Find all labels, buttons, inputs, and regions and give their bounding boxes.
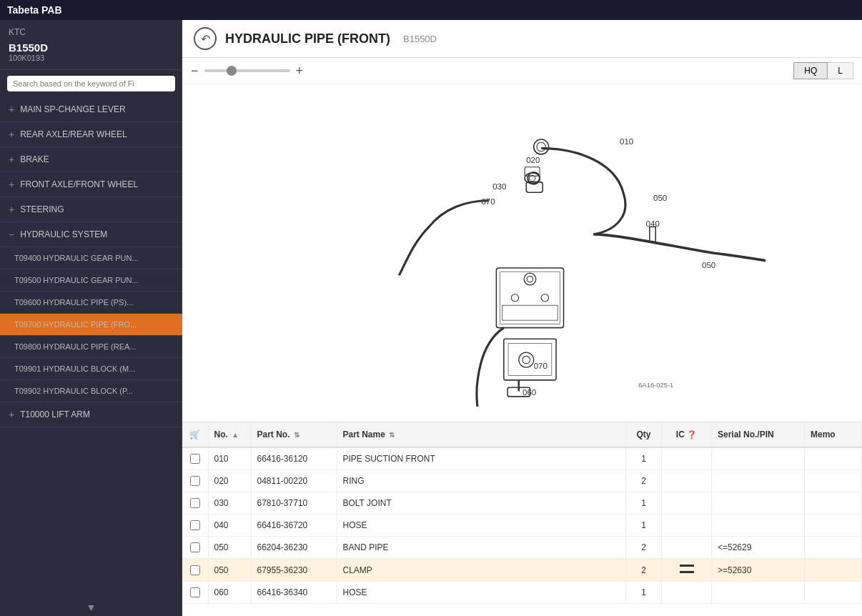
row-serial: <=52629 [712,537,805,559]
row-qty: 1 [626,447,662,470]
row-qty: 2 [626,470,662,492]
row-checkbox-5[interactable] [190,565,200,575]
svg-text:060: 060 [522,388,536,397]
row-qty: 1 [626,515,662,537]
th-no[interactable]: No. ▲ [208,422,251,447]
plus-icon: + [9,179,14,190]
table-row: 010 66416-36120 PIPE SUCTION FRONT 1 [182,447,862,470]
svg-text:010: 010 [620,137,633,146]
row-serial [712,470,805,492]
th-ic: IC ❓ [662,422,712,447]
row-serial [712,582,805,604]
row-part-no: 04811-00220 [251,470,337,492]
sidebar-item-main-sp[interactable]: +MAIN SP-CHANGE LEVER [0,97,182,122]
row-part-no: 66204-36230 [251,537,337,559]
table-row: 050 66204-36230 BAND PIPE 2 <=52629 [182,537,862,559]
row-qty: 1 [626,582,662,604]
diagram-toolbar: − + HQ L [182,58,862,84]
zoom-in-button[interactable]: + [296,64,304,79]
plus-icon: + [9,409,14,420]
th-part-name[interactable]: Part Name ⇅ [337,422,626,447]
th-memo: Memo [805,422,862,447]
plus-icon: + [9,154,14,165]
sidebar-item-t09901[interactable]: T09901 HYDRAULIC BLOCK (M... [0,358,182,380]
back-button[interactable]: ↶ [194,27,217,50]
sidebar-code: 100K0193 [9,54,174,62]
sidebar-item-hydraulic-system[interactable]: −HYDRAULIC SYSTEM [0,222,182,247]
row-checkbox-2[interactable] [190,498,200,508]
row-cart-cell [182,515,208,537]
page-subtitle: B1550D [403,34,437,44]
sidebar: KTC B1550D 100K0193 +MAIN SP-CHANGE LEVE… [0,20,182,616]
svg-text:020: 020 [526,156,540,164]
sidebar-item-steering[interactable]: +STEERING [0,197,182,222]
row-serial [712,492,805,515]
sidebar-item-label: T10000 LIFT ARM [20,409,90,419]
sidebar-item-t09600[interactable]: T09600 HYDRAULIC PIPE (PS)... [0,292,182,314]
row-memo [805,492,862,515]
sidebar-item-front-axle[interactable]: +FRONT AXLE/FRONT WHEEL [0,172,182,197]
app-title: Tabeta PAB [7,4,62,16]
diagram-area: − + HQ L 010 020 030 [182,58,862,422]
sidebar-item-t09400[interactable]: T09400 HYDRAULIC GEAR PUN... [0,247,182,269]
row-part-name: HOSE [337,515,626,537]
row-part-name: RING [337,470,626,492]
cart-icon: 🛒 [189,429,200,439]
row-qty: 1 [626,492,662,515]
sidebar-item-t09902[interactable]: T09902 HYDRAULIC BLOCK (P... [0,380,182,402]
row-cart-cell [182,559,208,582]
row-checkbox-6[interactable] [190,587,200,597]
no-sort-icon: ▲ [232,431,239,439]
row-checkbox-4[interactable] [190,542,200,552]
sidebar-item-t10000[interactable]: +T10000 LIFT ARM [0,402,182,427]
row-no: 020 [208,470,251,492]
sidebar-item-brake[interactable]: +BRAKE [0,147,182,172]
sidebar-item-label: REAR AXLE/REAR WHEEL [20,129,127,139]
sidebar-item-label: HYDRAULIC SYSTEM [20,229,107,239]
th-serial: Serial No./PIN [712,422,805,447]
row-part-name: BAND PIPE [337,537,626,559]
th-cart: 🛒 [182,422,208,447]
sidebar-ktc: KTC [9,27,174,41]
zoom-out-button[interactable]: − [191,64,199,79]
sidebar-item-label: T09500 HYDRAULIC GEAR PUN... [14,276,139,284]
svg-text:050: 050 [653,194,667,202]
sidebar-item-label: T09901 HYDRAULIC BLOCK (M... [14,364,135,373]
table-row: 050 67955-36230 CLAMP 2 >=52630 [182,559,862,582]
sidebar-item-t09700[interactable]: T09700 HYDRAULIC PIPE (FRO... [0,314,182,336]
sidebar-item-t09800[interactable]: T09800 HYDRAULIC PIPE (REA... [0,336,182,358]
ic-help-icon[interactable]: ❓ [687,430,697,439]
page-title: HYDRAULIC PIPE (FRONT) [225,31,390,46]
sidebar-model: B1550D [9,41,174,54]
content-area: ↶ HYDRAULIC PIPE (FRONT) B1550D − + HQ L [182,20,862,616]
row-cart-cell [182,492,208,515]
parts-table-container: 🛒 No. ▲ Part No. ⇅ Part Name ⇅ [182,422,862,616]
row-part-name: BOLT JOINT [337,492,626,515]
table-row: 030 67810-37710 BOLT JOINT 1 [182,492,862,515]
sidebar-item-label: BRAKE [20,154,49,164]
sidebar-item-label: T09700 HYDRAULIC PIPE (FRO... [14,320,137,329]
row-no: 060 [208,582,251,604]
zoom-slider[interactable] [204,69,290,72]
sidebar-item-label: T09600 HYDRAULIC PIPE (PS)... [14,298,133,307]
row-part-no: 66416-36340 [251,582,337,604]
lq-button[interactable]: L [828,62,853,79]
sidebar-item-rear-axle[interactable]: +REAR AXLE/REAR WHEEL [0,122,182,147]
row-checkbox-1[interactable] [190,476,200,486]
sidebar-item-t09500[interactable]: T09500 HYDRAULIC GEAR PUN... [0,269,182,292]
row-serial [712,447,805,470]
row-checkbox-0[interactable] [190,454,200,464]
th-part-no[interactable]: Part No. ⇅ [251,422,337,447]
svg-text:050: 050 [702,261,715,269]
back-icon: ↶ [201,32,210,46]
row-no: 050 [208,537,251,559]
row-part-name: HOSE [337,582,626,604]
sidebar-item-label: FRONT AXLE/FRONT WHEEL [20,179,138,189]
row-no: 050 [208,559,251,582]
row-ic [662,447,712,470]
th-qty: Qty [626,422,662,447]
search-input[interactable] [7,76,175,91]
row-checkbox-3[interactable] [190,520,200,530]
hq-button[interactable]: HQ [793,62,828,79]
parts-table: 🛒 No. ▲ Part No. ⇅ Part Name ⇅ [182,422,862,604]
